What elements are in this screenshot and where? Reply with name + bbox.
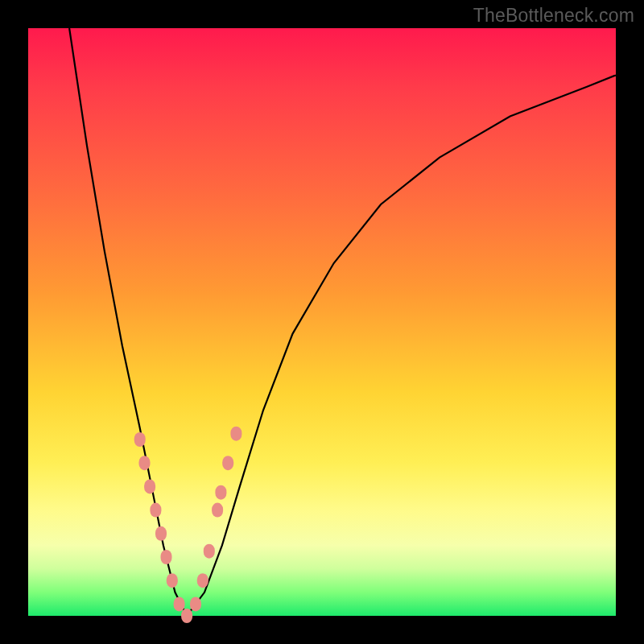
watermark-text: TheBottleneck.com <box>473 5 634 27</box>
curve-svg <box>28 28 616 616</box>
curve-marker <box>212 503 223 518</box>
curve-marker <box>197 573 208 588</box>
curve-marker <box>215 485 226 500</box>
curve-marker <box>174 597 185 611</box>
curve-marker <box>181 609 192 623</box>
curve-marker <box>190 597 201 611</box>
curve-marker <box>230 427 242 441</box>
curve-marker <box>204 544 215 559</box>
curve-marker <box>144 479 155 493</box>
curve-marker <box>155 526 167 541</box>
chart-frame: TheBottleneck.com <box>0 0 644 644</box>
curve-marker <box>167 573 178 588</box>
curve-layer <box>69 28 616 616</box>
curve-marker <box>150 503 161 518</box>
curve-marker <box>222 456 233 470</box>
marker-layer <box>134 427 242 623</box>
curve-marker <box>139 456 151 470</box>
curve-marker <box>134 432 146 447</box>
bottleneck-curve <box>69 28 616 616</box>
plot-area <box>28 28 616 616</box>
curve-marker <box>161 550 172 564</box>
